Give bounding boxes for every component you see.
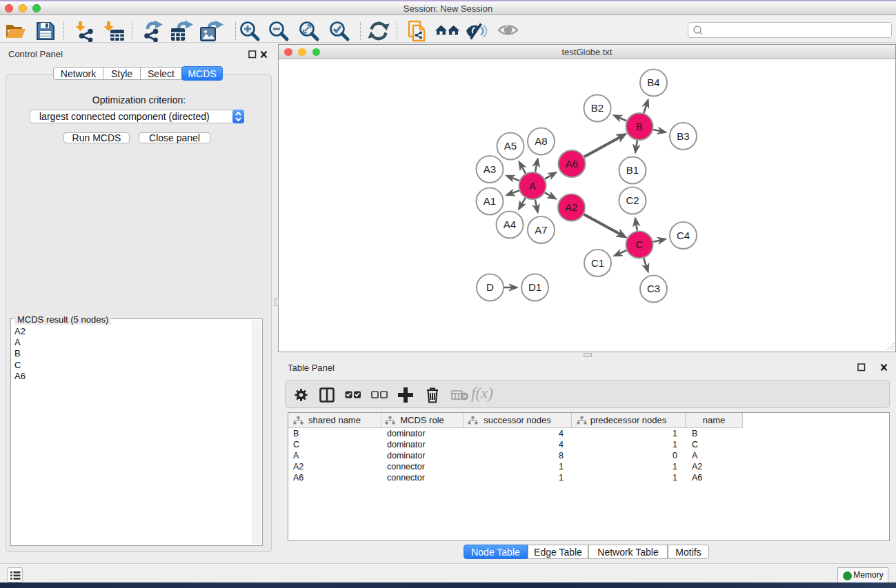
svg-text:B1: B1 [626,164,639,176]
svg-text:B4: B4 [647,77,659,88]
svg-text:C2: C2 [626,194,639,206]
svg-text:A8: A8 [535,135,547,147]
svg-text:B3: B3 [677,130,689,142]
svg-text:A2: A2 [565,201,577,213]
svg-text:D: D [486,281,494,293]
svg-text:A4: A4 [504,219,516,230]
svg-text:C: C [636,239,644,250]
svg-text:C3: C3 [647,283,660,294]
svg-text:D1: D1 [528,281,541,293]
svg-text:A6: A6 [566,158,578,170]
svg-text:B2: B2 [591,102,604,114]
svg-text:C1: C1 [591,257,604,269]
svg-text:A5: A5 [504,140,517,152]
svg-text:A7: A7 [535,224,547,236]
svg-text:C4: C4 [677,230,690,241]
svg-text:B: B [636,121,643,132]
svg-text:A: A [529,180,536,192]
svg-text:A1: A1 [484,195,496,207]
svg-text:A3: A3 [484,163,496,175]
